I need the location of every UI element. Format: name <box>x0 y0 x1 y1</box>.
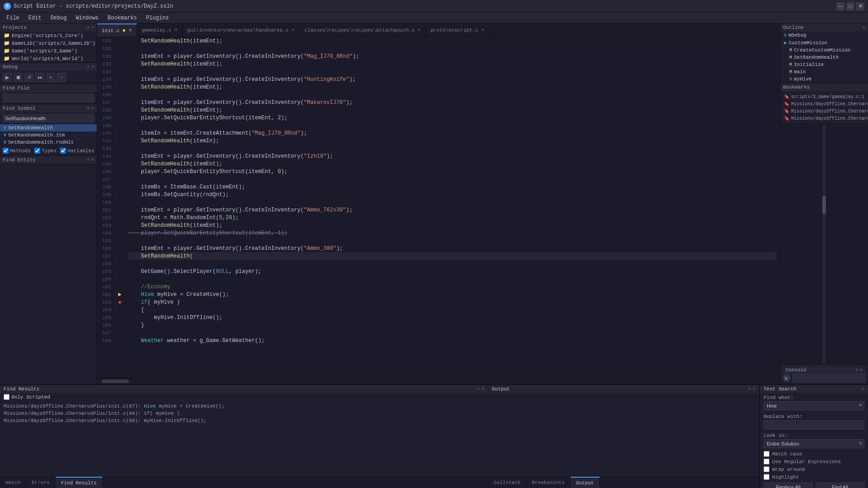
bookmark-3[interactable]: 🔖 Missions/dayzOffline.ChernarusPlus/ini… <box>782 108 866 115</box>
outline-createcustommission[interactable]: M CreateCustomMission <box>780 47 868 54</box>
debug-play[interactable]: ▶ <box>3 73 12 82</box>
modified-indicator: ● <box>123 27 126 34</box>
project-game[interactable]: 📁 Game('scripts/3_Game') <box>0 47 97 55</box>
debug-header[interactable]: Debug + × <box>0 63 97 71</box>
symbol-result-1[interactable]: V SetRandomHealth <box>0 124 97 131</box>
look-in-input[interactable] <box>764 440 857 448</box>
find-all-button[interactable]: Find All <box>816 483 865 488</box>
find-symbol-input[interactable] <box>3 114 94 122</box>
methods-checkbox-label[interactable]: Methods <box>3 148 31 154</box>
wrap-around-checkbox[interactable] <box>764 466 769 472</box>
tab-gameplay-close[interactable]: × <box>174 27 178 33</box>
gutter-140 <box>115 122 124 129</box>
code-line-148: itemBs = ItemBase.Cast(itemEnt); <box>128 183 776 191</box>
find-result-3[interactable]: Missions/dayzOffline.ChernarusPlus/init.… <box>2 417 486 424</box>
find-what-input-container: ▼ <box>764 401 864 410</box>
v-scrollbar[interactable] <box>822 124 826 364</box>
tab-enscript[interactable]: proto\enscript.c × <box>426 23 489 37</box>
find-result-2[interactable]: Missions/dayzOffline.ChernarusPlus/init.… <box>2 410 486 417</box>
tab-errors[interactable]: Errors <box>26 477 56 488</box>
look-in-dropdown-icon[interactable]: ▼ <box>857 441 864 447</box>
symbol-result-3[interactable]: V SetRandomHealth.rndHlt <box>0 139 97 146</box>
menu-windows[interactable]: Windows <box>71 14 103 22</box>
menu-debug[interactable]: Debug <box>46 14 71 22</box>
debug-up[interactable]: ↑ <box>57 73 66 82</box>
console-play-button[interactable]: ▶ <box>783 375 790 382</box>
tab-output[interactable]: Output <box>571 477 600 488</box>
line-num-144: 144 <box>101 152 111 160</box>
menu-edit[interactable]: Edit <box>24 14 46 22</box>
outline-custommission[interactable]: ▶ CustomMission <box>780 39 868 47</box>
gutter-164 <box>115 306 124 314</box>
projects-header[interactable]: Projects + × <box>0 23 97 32</box>
h-scrollbar-thumb[interactable] <box>102 380 129 383</box>
breakpoint-dot-163: ● <box>118 299 122 305</box>
variables-checkbox[interactable] <box>60 148 66 154</box>
tab-attachpouch[interactable]: classes\recipes\recipes\attachpouch.c × <box>300 23 426 37</box>
tab-breakpoints[interactable]: Breakpoints <box>526 477 571 488</box>
highlight-checkbox[interactable] <box>764 474 769 480</box>
find-symbol-header[interactable]: Find Symbol + × <box>0 104 97 113</box>
symbol-result-2[interactable]: V SetRandomHealth.itm <box>0 131 97 139</box>
find-what-dropdown-icon[interactable]: ▼ <box>857 403 864 409</box>
find-file-header[interactable]: Find File <box>0 84 97 92</box>
find-result-1[interactable]: Missions/dayzOffline.ChernarusPlus/init.… <box>2 403 486 410</box>
menu-bookmarks[interactable]: Bookmarks <box>103 14 142 22</box>
tab-attachpouch-close[interactable]: × <box>418 27 421 33</box>
debug-add[interactable]: + <box>46 73 55 82</box>
only-scripted-checkbox[interactable] <box>4 394 9 400</box>
gutter-163: ● <box>115 298 124 306</box>
match-case-checkbox[interactable] <box>764 451 769 457</box>
types-checkbox-label[interactable]: Types <box>34 148 57 154</box>
menu-plugins[interactable]: Plugins <box>142 14 173 22</box>
outline-main[interactable]: M main <box>780 68 868 75</box>
tab-init-close[interactable]: × <box>128 28 132 33</box>
maximize-button[interactable]: □ <box>846 2 854 10</box>
project-engine[interactable]: 📁 Engine('scripts/1_Core') <box>0 32 97 39</box>
code-line-146: player.SetQuickBarEntityShortcut(itemEnt… <box>128 168 776 175</box>
tab-gameplay[interactable]: gameplay.c × <box>137 23 183 37</box>
h-scrollbar[interactable] <box>97 378 780 384</box>
find-what-input[interactable] <box>764 402 857 410</box>
outline-myhive[interactable]: V myHive <box>780 75 868 83</box>
bookmark-2[interactable]: 🔖 Missions/dayzOffline.ChernarusPlus/ini… <box>782 100 866 108</box>
outline-initialize[interactable]: M Initialize <box>780 61 868 68</box>
console-text-input[interactable] <box>792 374 865 382</box>
types-checkbox[interactable] <box>34 148 40 154</box>
outline-setrandomhealth[interactable]: M SetRandomHealth <box>780 54 868 61</box>
debug-step-over[interactable]: ⏭ <box>35 73 44 82</box>
find-entity-header[interactable]: Find Entity + × <box>0 156 97 164</box>
use-regex-checkbox[interactable] <box>764 459 769 465</box>
tab-callstack[interactable]: Callstack <box>488 477 526 488</box>
close-button[interactable]: ✕ <box>856 2 864 10</box>
replace-all-button[interactable]: Replace All <box>764 483 813 488</box>
outline-header[interactable]: Outline × <box>780 23 868 32</box>
project-world[interactable]: 📁 World('scripts/4_World') <box>0 55 97 62</box>
v-scrollbar-area[interactable] <box>780 124 868 364</box>
tab-inventorynew[interactable]: gui\inventorynew\areas\handsarea.c × <box>183 23 300 37</box>
tab-enscript-close[interactable]: × <box>481 27 485 33</box>
minimize-button[interactable]: ─ <box>836 2 844 10</box>
outline-mdebug-label: mDebug <box>788 33 807 38</box>
variables-checkbox-label[interactable]: Variables <box>60 148 94 154</box>
project-gamelib[interactable]: 📁 GameLib('scripts/2_GameLib') <box>0 39 97 47</box>
debug-stop[interactable]: ⏹ <box>14 73 23 82</box>
tab-inventorynew-close[interactable]: × <box>292 27 295 33</box>
tab-find-results[interactable]: Find Results <box>56 477 103 488</box>
methods-checkbox[interactable] <box>3 148 9 154</box>
window-title: Script Editor - scripts/editor/projects/… <box>14 3 836 9</box>
console-header[interactable]: Console + × <box>783 366 865 374</box>
tab-watch[interactable]: Watch <box>0 477 26 488</box>
bookmark-1[interactable]: 🔖 scripts/3_Game/gameplay.c:1 <box>782 93 866 100</box>
debug-restart[interactable]: ↺ <box>24 73 33 82</box>
bookmark-4[interactable]: 🔖 Missions/dayzOffline.ChernarusPlus/ini… <box>782 115 866 122</box>
outline-mdebug[interactable]: V mDebug <box>780 32 868 39</box>
menu-file[interactable]: File <box>2 14 24 22</box>
bookmarks-header[interactable]: Bookmarks <box>780 83 868 91</box>
replace-with-input[interactable] <box>764 421 864 429</box>
code-editor[interactable]: 129 130 131 132 133 134 135 136 137 138 … <box>97 37 780 378</box>
gutter-160 <box>115 275 124 283</box>
find-file-input[interactable] <box>3 94 94 102</box>
tab-init[interactable]: init.c ● × <box>97 23 137 37</box>
v-scrollbar-thumb[interactable] <box>822 196 826 214</box>
